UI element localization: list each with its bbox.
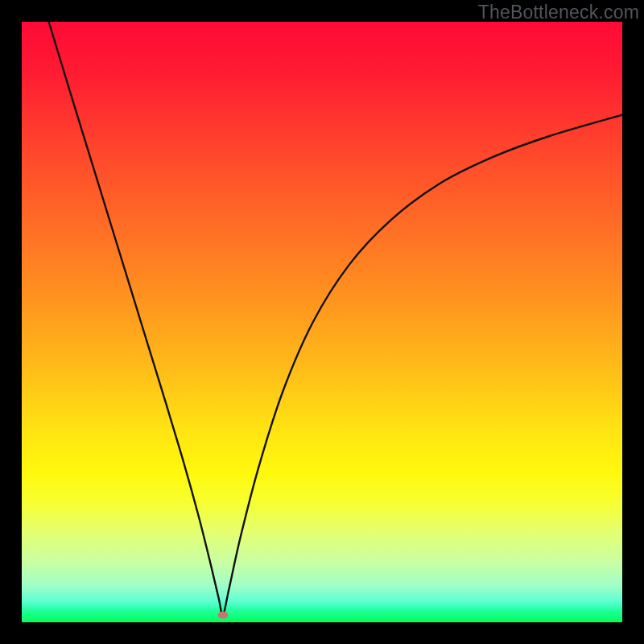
plot-area: [22, 22, 622, 622]
minimum-marker: [217, 612, 228, 619]
curve-path: [49, 22, 622, 615]
bottleneck-curve: [22, 22, 622, 622]
watermark-text: TheBottleneck.com: [478, 2, 639, 23]
